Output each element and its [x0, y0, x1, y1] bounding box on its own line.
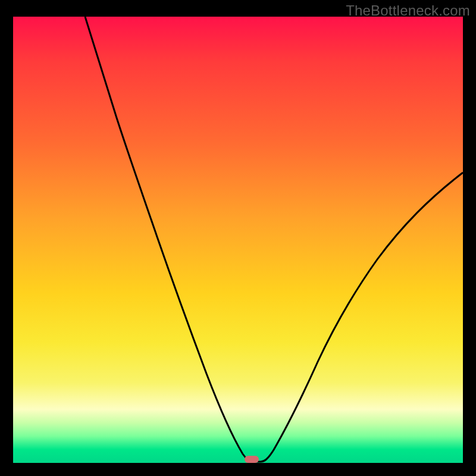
chart-frame: TheBottleneck.com	[0, 0, 476, 476]
bottleneck-curve-svg	[13, 17, 463, 463]
bottleneck-curve-path	[85, 17, 463, 462]
watermark-label: TheBottleneck.com	[346, 2, 470, 19]
min-marker	[245, 456, 259, 463]
plot-area	[13, 17, 463, 463]
